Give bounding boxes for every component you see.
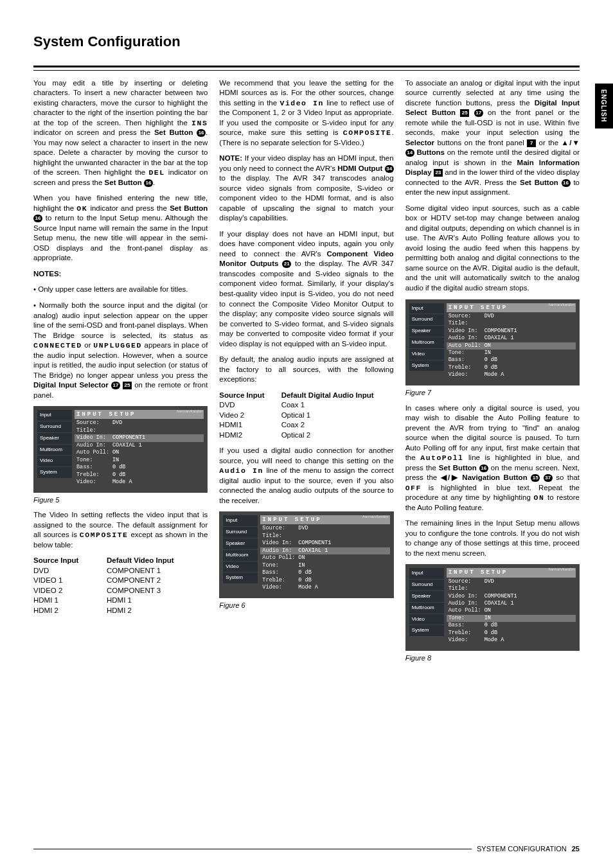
osd-composite: COMPOSITE [80,531,129,539]
ref-23-icon: 23 [434,169,443,177]
osd-row: Treble:0 dB [447,630,576,637]
nav-up-down-icon: ▲/▼ [562,139,580,146]
osd-menu: InputSurroundSpeakerMultiroomVideoSystem [409,568,444,644]
page: ENGLISH System Configuration You may edi… [0,0,613,868]
note-1: • Only upper case letters are available … [33,285,208,295]
figure-5-caption: Figure 5 [33,495,208,505]
osd-menu-item: System [409,360,444,371]
ref-7-icon: 7 [527,139,536,147]
ref-14-icon: 14 [405,149,414,157]
osd-menu-item: Input [409,568,444,579]
c1-p1: You may edit a title by inserting or del… [33,78,208,188]
osd-row: Auto Poll:ON [447,607,576,614]
ref-34-icon: 34 [385,165,394,173]
c3-p4: The remaining lines in the Input Setup m… [405,518,580,558]
osd-row: Title: [447,320,576,327]
figure-6-caption: Figure 6 [219,601,393,610]
note-2: • Normally both the source input and the… [33,301,208,400]
osd-menu-item: Speaker [409,326,444,337]
osd-row: Video In:COMPONENT1 [447,328,576,335]
osd-autopoll: AutoPoll [420,454,463,462]
osd-row: Tone:IN [75,457,204,464]
osd-row: Title: [260,533,389,540]
buttons-label: Buttons [416,148,444,156]
ref-37-icon: 37 [544,474,553,482]
osd-on: ON [533,493,544,502]
figure-7: InputSurroundSpeakerMultiroomVideoSystem… [405,299,580,385]
c2-p1: We recommend that you leave the setting … [219,78,393,148]
osd-row: Bass:0 dB [447,357,576,364]
osd-menu-item: Multiroom [223,550,258,561]
osd-brand: harman/kardon [362,514,388,519]
figure-8: InputSurroundSpeakerMultiroomVideoSystem… [405,564,580,650]
osd-row: Audio In:COAXIAL 1 [260,547,389,554]
osd-menu: InputSurroundSpeakerMultiroomVideoSystem [37,410,72,486]
osd-menu-item: Video [37,456,72,466]
osd-row: Tone:IN [447,615,576,622]
ref-16d-icon: 16 [562,179,571,187]
ref-17-icon: 17 [111,382,120,389]
osd-menu-item: Multiroom [409,603,444,614]
rule-thin [33,70,580,71]
nav-left-right-icon: ◀/▶ [441,474,459,481]
osd-ins: INS [191,119,208,127]
selector-buttons: Selector [405,139,434,146]
c3-p3: In cases where only a digital source is … [405,403,580,513]
osd-row: Video In:COMPONENT1 [75,434,204,441]
figure-7-caption: Figure 7 [405,388,580,398]
osd-menu-item: System [223,572,258,583]
set-button-ref-5: Set Button [439,464,477,472]
c1-p2: When you have finished entering the new … [33,193,208,263]
ref-16b-icon: 16 [144,179,153,187]
footer: SYSTEM CONFIGURATION 25 [33,844,580,854]
osd-connected: CONNECTED [33,341,82,350]
ref-16c-icon: 16 [33,215,42,222]
osd-menu-item: Input [223,515,258,526]
osd-menu-item: System [409,625,444,636]
osd-menu-item: Surround [409,580,444,590]
osd-row: Audio In:COAXIAL 1 [75,442,204,449]
osd-video-in: Video In [280,99,324,107]
navigation-button: Navigation Button [462,474,527,481]
ref-25-icon: 25 [123,382,132,389]
osd-audio-in: Audio In [219,466,263,475]
osd-menu: InputSurroundSpeakerMultiroomVideoSystem [223,515,258,591]
footer-page-number: 25 [572,844,580,854]
osd-brand: harman/kardon [549,567,574,572]
figure-6: InputSurroundSpeakerMultiroomVideoSystem… [219,511,393,598]
osd-row: Video:Mode A [447,637,576,644]
osd-row: Source:DVD [447,313,576,320]
osd-menu-item: Surround [409,314,444,325]
note-label: NOTE: [219,154,242,162]
osd-row: Tone:IN [447,350,576,357]
osd-row: Treble:0 dB [260,577,389,584]
osd-row: Title: [447,585,576,592]
ref-15-icon: 15 [531,474,540,482]
osd-off: OFF [405,484,422,492]
columns: You may edit a title by inserting or del… [33,78,580,669]
column-3: To associate an analog or digital input … [405,78,580,669]
osd-brand: harman/kardon [177,409,202,414]
ref-16-icon: 16 [197,129,206,137]
osd-row: Source:DVD [447,578,576,585]
ref-16e-icon: 16 [479,465,488,472]
osd-menu-item: Video [223,562,258,572]
set-button-ref-4: Set Button [520,179,558,186]
column-1: You may edit a title by inserting or del… [33,78,208,669]
c2-p4: By default, the analog audio inputs are … [219,355,393,385]
osd-menu-item: System [37,467,72,478]
osd-row: Source:DVD [75,420,204,427]
osd-composite-2: COMPOSITE [343,128,392,137]
figure-8-caption: Figure 8 [405,653,580,663]
osd-row: Bass:0 dB [75,464,204,471]
osd-menu-item: Multiroom [409,337,444,348]
c2-p3: If your display does not have an HDMI in… [219,229,393,349]
osd-row: Title: [75,427,204,434]
c2-p5: If you used a digital audio connection f… [219,446,393,506]
rule-thick [33,66,580,67]
osd-menu-item: Speaker [37,433,72,444]
osd-brand: harman/kardon [549,302,574,307]
footer-rule [33,849,472,849]
osd-menu-item: Surround [223,527,258,538]
figure-5: InputSurroundSpeakerMultiroomVideoSystem… [33,406,208,492]
